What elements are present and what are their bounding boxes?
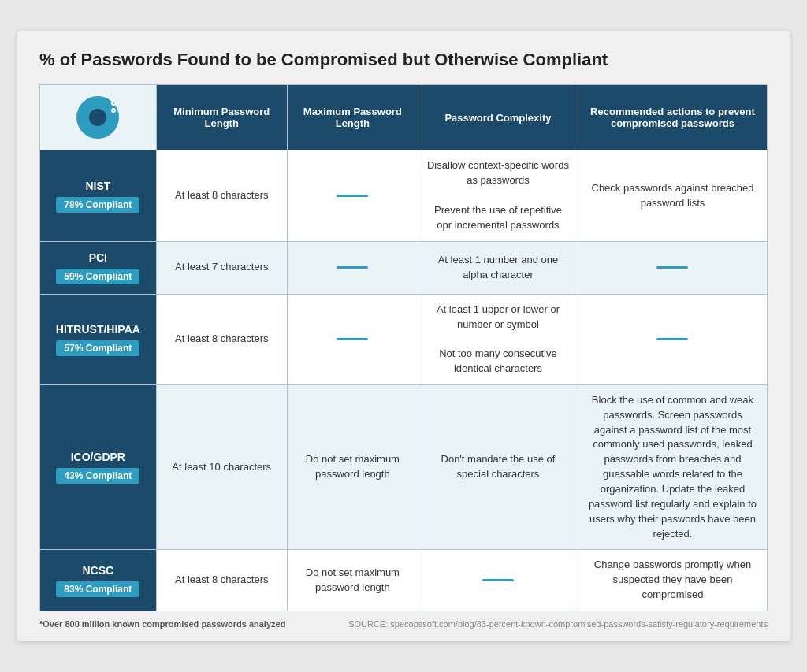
min-length-hitrust: At least 8 characters [156,294,287,384]
header-icon-cell [40,85,157,150]
dash-nist-max [337,195,368,197]
min-length-nist: At least 8 characters [156,150,287,241]
max-length-ico: Do not set maximum password length [287,384,418,549]
max-length-nist [287,150,418,241]
row-label-hitrust: HITRUST/HIPAA 57% Compliant [40,294,157,384]
logo-area [48,96,148,139]
row-label-ico: ICO/GDPR 43% Compliant [40,384,157,549]
dash-hitrust-max [337,338,368,340]
row-label-nist: NIST 78% Compliant [40,150,157,241]
standard-name-hitrust: HITRUST/HIPAA [46,323,150,336]
dash-pci-rec [656,266,688,269]
standard-name-pci: PCI [46,251,150,264]
footer-right: SOURCE: specopssoft.com/blog/83-percent-… [348,619,768,629]
header-complexity: Password Complexity [418,85,578,150]
footer-left: *Over 800 million known compromised pass… [39,619,285,629]
complexity-ico: Don't mandate the use of special charact… [418,384,578,549]
logo-icon [76,96,119,139]
main-card: % of Passwords Found to be Compromised b… [17,31,790,641]
header-recommended: Recommended actions to prevent compromis… [578,85,767,150]
compliance-badge-pci: 59% Compliant [56,269,139,284]
recommended-ncsc: Change passwords promptly when suspected… [578,550,767,611]
standard-name-nist: NIST [46,180,150,192]
standard-name-ico: ICO/GDPR [46,451,150,463]
recommended-nist: Check passwords against breached passwor… [578,150,767,241]
row-label-ncsc: NCSC 83% Compliant [40,550,157,611]
dash-ncsc-comp [482,579,514,581]
min-length-ncsc: At least 8 characters [156,550,287,611]
complexity-ncsc [418,550,578,611]
header-max-length: Maximum Password Length [287,85,418,150]
complexity-hitrust: At least 1 upper or lower or number or s… [418,294,578,384]
min-length-pci: At least 7 characters [156,241,287,294]
max-length-pci [287,241,418,294]
dash-pci-max [337,266,368,269]
dash-hitrust-rec [656,338,688,340]
row-label-pci: PCI 59% Compliant [40,241,157,294]
compliance-badge-nist: 78% Compliant [56,197,139,213]
header-min-length: Minimum Password Length [156,85,287,150]
max-length-hitrust [287,294,418,384]
page-title: % of Passwords Found to be Compromised b… [39,50,768,70]
compliance-badge-ico: 43% Compliant [56,468,139,484]
min-length-ico: At least 10 characters [156,384,287,549]
complexity-nist: Disallow context-specific words as passw… [418,150,578,241]
compliance-badge-hitrust: 57% Compliant [56,340,139,356]
max-length-ncsc: Do not set maximum password length [287,550,418,611]
recommended-hitrust [578,294,767,384]
footer: *Over 800 million known compromised pass… [39,619,768,629]
recommended-ico: Block the use of common and weak passwor… [578,384,767,549]
standard-name-ncsc: NCSC [46,564,150,577]
comparison-table: Minimum Password Length Maximum Password… [39,84,768,611]
complexity-pci: At least 1 number and one alpha characte… [418,241,578,294]
compliance-badge-ncsc: 83% Compliant [56,581,139,597]
recommended-pci [578,241,767,294]
